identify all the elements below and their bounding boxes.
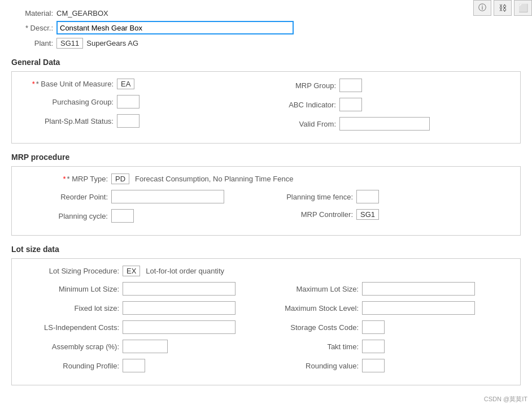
planning-fence-row: Planning time fence: [266, 190, 511, 203]
planning-cycle-row: Planning cycle: [21, 209, 266, 223]
lot-sizing-procedure-row: Lot Sizing Procedure: EX Lot-for-lot ord… [21, 266, 511, 276]
purchasing-group-row: Purchasing Group: [21, 95, 266, 108]
min-lot-label: Minimum Lot Size: [21, 285, 123, 293]
valid-from-input[interactable] [339, 117, 430, 131]
abc-indicator-row: ABC Indicator: [266, 98, 511, 111]
mrp-type-desc: Forecast Consumption, No Planning Time F… [135, 175, 293, 183]
mrp-right-col: Planning time fence: MRP Controller: SG1 [266, 190, 511, 228]
base-uom-value: EA [117, 79, 134, 89]
max-lot-row: Maximum Lot Size: [266, 282, 511, 296]
rounding-profile-input[interactable] [123, 359, 145, 372]
general-data-box: * Base Unit of Measure: EA Purchasing Gr… [11, 71, 521, 144]
general-left-col: * Base Unit of Measure: EA Purchasing Gr… [21, 79, 266, 136]
base-uom-label: * Base Unit of Measure: [21, 80, 117, 88]
planning-cycle-input[interactable] [111, 209, 134, 223]
lot-right-col: Maximum Lot Size: Maximum Stock Level: S… [266, 282, 511, 378]
fixed-lot-input[interactable] [123, 301, 236, 315]
takt-time-row: Takt time: [266, 340, 511, 353]
mrp-grid: Reorder Point: Planning cycle: Planning … [21, 190, 511, 228]
rounding-profile-row: Rounding Profile: [21, 359, 266, 372]
storage-costs-label: Storage Costs Code: [266, 323, 362, 332]
lot-sizing-desc: Lot-for-lot order quantity [146, 267, 224, 275]
reorder-point-input[interactable] [111, 190, 224, 203]
main-container: ⓘ ⛓ ⬜ Material: CM_GEARBOX * Descr.: Pla… [0, 0, 532, 408]
valid-from-row: Valid From: [266, 117, 511, 131]
abc-indicator-label: ABC Indicator: [266, 101, 339, 109]
assembly-scrap-label: Assembly scrap (%): [21, 342, 123, 351]
mrp-type-label: * MRP Type: [21, 175, 111, 183]
material-label: Material: [11, 9, 56, 18]
reorder-point-row: Reorder Point: [21, 190, 266, 203]
mrp-controller-value: SG1 [356, 209, 379, 220]
base-uom-row: * Base Unit of Measure: EA [21, 79, 266, 89]
lot-sizing-value: EX [123, 266, 140, 276]
lot-size-box: Lot Sizing Procedure: EX Lot-for-lot ord… [11, 258, 521, 385]
plant-name: SuperGears AG [86, 39, 138, 47]
rounding-profile-label: Rounding Profile: [21, 362, 123, 370]
header-section: Material: CM_GEARBOX * Descr.: Plant: SG… [11, 9, 521, 49]
fixed-lot-row: Fixed lot size: [21, 301, 266, 315]
max-stock-input[interactable] [362, 301, 475, 315]
min-lot-input[interactable] [123, 282, 236, 296]
mrp-type-row: * MRP Type: PD Forecast Consumption, No … [21, 173, 511, 184]
mrp-procedure-box: * MRP Type: PD Forecast Consumption, No … [11, 166, 521, 236]
watermark: CSDN @莫莫IT [484, 395, 527, 403]
lot-left-col: Minimum Lot Size: Fixed lot size: LS-Ind… [21, 282, 266, 378]
storage-costs-input[interactable] [362, 320, 385, 334]
purchasing-group-input[interactable] [117, 95, 139, 108]
mrp-group-label: MRP Group: [266, 81, 339, 90]
plant-matl-row: Plant-Sp.Matl Status: [21, 114, 266, 128]
assembly-scrap-row: Assembly scrap (%): [21, 340, 266, 353]
purchasing-group-label: Purchasing Group: [21, 98, 117, 106]
plant-matl-label: Plant-Sp.Matl Status: [21, 117, 117, 125]
reorder-point-label: Reorder Point: [21, 193, 111, 201]
ls-independent-row: LS-Independent Costs: [21, 320, 266, 334]
fixed-lot-label: Fixed lot size: [21, 304, 123, 312]
material-value: CM_GEARBOX [56, 9, 108, 18]
valid-from-label: Valid From: [266, 120, 339, 128]
ls-independent-label: LS-Independent Costs: [21, 323, 123, 332]
general-right-col: MRP Group: ABC Indicator: Valid From: [266, 79, 511, 136]
lot-sizing-label: Lot Sizing Procedure: [21, 267, 123, 275]
lot-size-title: Lot size data [11, 245, 521, 254]
max-lot-label: Maximum Lot Size: [266, 285, 362, 293]
plant-label: Plant: [11, 39, 56, 47]
ls-independent-input[interactable] [123, 320, 236, 334]
desc-label: * Descr.: [11, 24, 56, 32]
mrp-group-input[interactable] [339, 79, 362, 92]
storage-costs-row: Storage Costs Code: [266, 320, 511, 334]
max-stock-label: Maximum Stock Level: [266, 304, 362, 312]
rounding-value-label: Rounding value: [266, 362, 362, 370]
max-lot-input[interactable] [362, 282, 475, 296]
material-row: Material: CM_GEARBOX [11, 9, 521, 18]
min-lot-row: Minimum Lot Size: [21, 282, 266, 296]
mrp-controller-label: MRP Controller: [266, 210, 356, 219]
rounding-value-input[interactable] [362, 359, 385, 372]
plant-row: Plant: SG11 SuperGears AG [11, 38, 521, 49]
mrp-type-value: PD [111, 173, 129, 184]
max-stock-row: Maximum Stock Level: [266, 301, 511, 315]
takt-time-label: Takt time: [266, 342, 362, 351]
planning-cycle-label: Planning cycle: [21, 212, 111, 220]
mrp-controller-row: MRP Controller: SG1 [266, 209, 511, 220]
lot-size-grid: Minimum Lot Size: Fixed lot size: LS-Ind… [21, 282, 511, 378]
rounding-value-row: Rounding value: [266, 359, 511, 372]
plant-code: SG11 [56, 38, 83, 49]
takt-time-input[interactable] [362, 340, 385, 353]
mrp-procedure-title: MRP procedure [11, 153, 521, 162]
assembly-scrap-input[interactable] [123, 340, 168, 353]
abc-indicator-input[interactable] [339, 98, 362, 111]
general-data-title: General Data [11, 58, 521, 67]
planning-fence-label: Planning time fence: [266, 193, 356, 201]
mrp-group-row: MRP Group: [266, 79, 511, 92]
plant-matl-input[interactable] [117, 114, 139, 128]
general-data-grid: * Base Unit of Measure: EA Purchasing Gr… [21, 79, 511, 136]
desc-input[interactable] [56, 21, 294, 34]
mrp-left-col: Reorder Point: Planning cycle: [21, 190, 266, 228]
planning-fence-input[interactable] [356, 190, 379, 203]
desc-row: * Descr.: [11, 21, 521, 34]
